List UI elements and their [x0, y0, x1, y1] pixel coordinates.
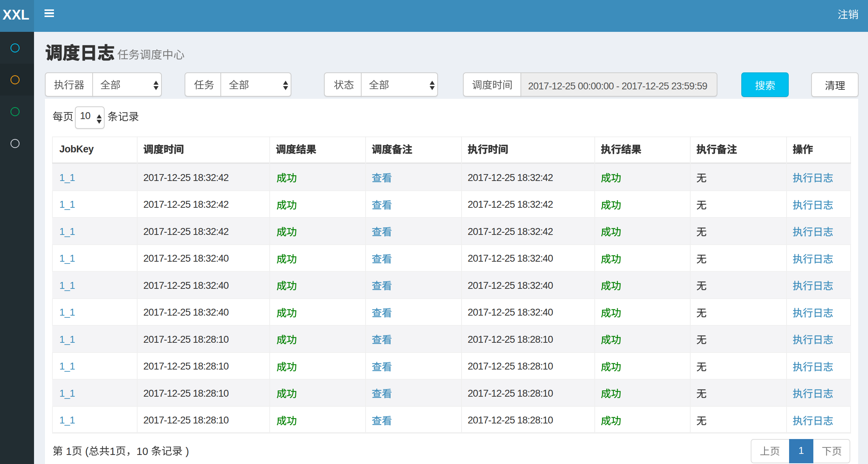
svg-text:1: 1 [66, 446, 72, 457]
svg-text:): ) [185, 446, 189, 457]
svg-text:1: 1 [110, 446, 115, 457]
svg-text:(: ( [85, 446, 89, 457]
svg-text:10: 10 [136, 446, 148, 457]
